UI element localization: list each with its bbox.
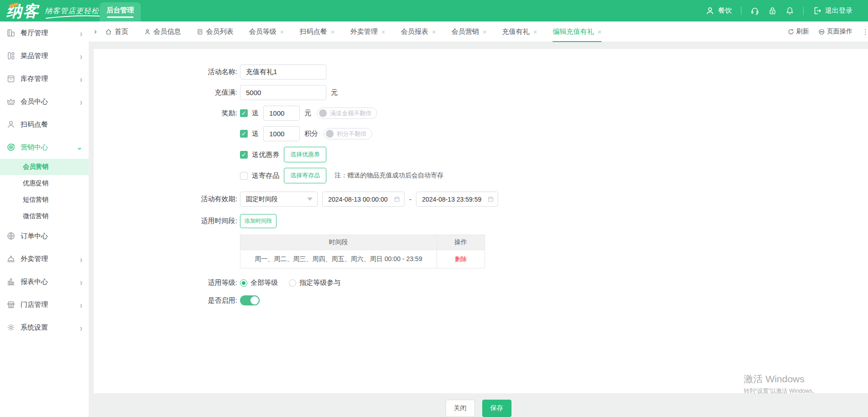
form-footer: 关闭 保存 (89, 400, 868, 417)
tab-member-marketing[interactable]: 会员营销 × (452, 21, 487, 42)
sidebar-item-report-center[interactable]: 报表中心 › (0, 270, 89, 293)
date-range-separator: - (409, 195, 411, 203)
sidebar-subitem-discount-promo[interactable]: 优惠促销 (0, 175, 89, 192)
sidebar-item-label: 系统设置 (21, 323, 80, 332)
reward-points-prefix: 送 (252, 129, 259, 138)
sidebar-item-label: 菜品管理 (21, 52, 80, 60)
points-no-multiply-toggle[interactable]: 积分不翻倍 (324, 128, 372, 139)
time-period-row: 适用时间段: 添加时间段 (94, 214, 868, 228)
validity-type-select[interactable]: 固定时间段 (240, 192, 318, 207)
sidebar-item-label: 餐厅管理 (21, 29, 80, 37)
cash-no-multiply-toggle[interactable]: 满送金额不翻倍 (317, 107, 377, 119)
tab-member-level[interactable]: 会员等级 × (249, 21, 284, 42)
chevron-right-icon: › (80, 322, 82, 332)
sidebar-item-store-management[interactable]: 门店管理 › (0, 293, 89, 316)
select-coupon-button[interactable]: 选择优惠券 (284, 147, 326, 162)
reward-deposit-checkbox[interactable] (240, 172, 248, 180)
reward-coupon-checkbox[interactable]: ✓ (240, 151, 248, 159)
inventory-icon (6, 74, 16, 83)
main-content: 活动名称: 充值满: 元 奖励: ✓ 送 元 (89, 43, 868, 417)
table-header-row: 时间段 操作 (240, 235, 485, 250)
page-operations-icon (818, 28, 825, 35)
tab-home[interactable]: 首页 (105, 21, 128, 42)
report-icon (6, 277, 16, 286)
select-deposit-button[interactable]: 选择寄存品 (284, 168, 326, 183)
scan-order-icon (6, 120, 16, 129)
period-cell: 周一、周二、周三、周四、周五、周六、周日 00:00 - 23:59 (240, 250, 437, 268)
divider (741, 7, 741, 15)
close-icon[interactable]: × (597, 28, 602, 36)
specified-levels-label: 指定等级参与 (299, 278, 341, 287)
close-button[interactable]: 关闭 (446, 400, 475, 417)
close-icon[interactable]: × (533, 28, 538, 36)
sidebar-item-label: 扫码点餐 (21, 120, 82, 129)
sidebar-item-member-center[interactable]: 会员中心 › (0, 90, 89, 113)
logout-button[interactable]: 退出登录 (813, 6, 852, 15)
tab-recharge-gift[interactable]: 充值有礼 × (502, 21, 538, 42)
sidebar-collapse-toggle[interactable]: › (94, 27, 97, 36)
sidebar-subitem-wechat-marketing[interactable]: 微信营销 (0, 208, 89, 225)
support-button[interactable] (751, 6, 759, 15)
nav-tab-backend-admin[interactable]: 后台管理 (100, 2, 141, 21)
save-button[interactable]: 保存 (482, 400, 511, 417)
close-icon[interactable]: × (330, 28, 335, 36)
lock-button[interactable] (768, 6, 777, 15)
chevron-right-icon: › (80, 51, 82, 61)
recharge-amount-input[interactable] (240, 85, 326, 100)
divider (803, 7, 804, 15)
tab-member-list[interactable]: 会员列表 (197, 21, 234, 42)
close-icon[interactable]: × (483, 28, 487, 36)
sidebar-subitem-member-marketing[interactable]: 会员营销 (0, 159, 89, 175)
sidebar-subitem-sms-marketing[interactable]: 短信营销 (0, 192, 89, 208)
sidebar-item-marketing-center[interactable]: 营销中心 ⌄ (0, 136, 89, 159)
end-datetime-picker[interactable]: 2024-08-13 23:59:59 (416, 192, 498, 207)
reward-points-checkbox[interactable]: ✓ (240, 130, 248, 138)
chevron-right-icon: › (80, 96, 82, 107)
add-time-period-button[interactable]: 添加时间段 (240, 214, 277, 228)
recharge-gift-form: 活动名称: 充值满: 元 奖励: ✓ 送 元 (94, 49, 868, 305)
chevron-right-icon: › (80, 28, 82, 38)
reward-deposit-label: 送寄存品 (252, 171, 279, 180)
tab-takeout[interactable]: 外卖管理 × (350, 21, 385, 42)
current-user[interactable]: 餐饮 (706, 6, 732, 15)
close-icon[interactable]: × (280, 28, 284, 36)
enabled-toggle[interactable] (240, 295, 260, 305)
tab-edit-recharge-gift[interactable]: 编辑充值有礼 × (553, 21, 602, 42)
sidebar-item-restaurant[interactable]: 餐厅管理 › (0, 21, 89, 44)
tab-member-info[interactable]: 会员信息 (144, 21, 181, 42)
delete-link[interactable]: 删除 (455, 256, 467, 262)
all-levels-label: 全部等级 (250, 278, 278, 287)
sidebar-item-takeout[interactable]: 外卖管理 › (0, 247, 89, 270)
sidebar-item-dishes[interactable]: 菜品管理 › (0, 44, 89, 67)
sidebar-item-order-center[interactable]: 订单中心 (0, 225, 89, 247)
edit-recharge-gift-form-card: 活动名称: 充值满: 元 奖励: ✓ 送 元 (94, 49, 868, 393)
time-period-table-row: 时间段 操作 周一、周二、周三、周四、周五、周六、周日 00:00 - 23:5… (94, 234, 868, 268)
start-datetime-picker[interactable]: 2024-08-13 00:00:00 (322, 192, 405, 207)
sidebar-item-inventory[interactable]: 库存管理 › (0, 67, 89, 90)
bell-icon (786, 6, 794, 15)
reward-coupon-label: 送优惠券 (252, 150, 279, 159)
store-icon (6, 300, 16, 309)
close-icon[interactable]: × (432, 28, 436, 36)
notifications-button[interactable] (786, 6, 794, 15)
sidebar-item-label: 营销中心 (21, 143, 76, 152)
toggle-knob (319, 109, 327, 117)
reward-cash-checkbox[interactable]: ✓ (240, 109, 248, 117)
specified-levels-radio[interactable] (289, 279, 296, 287)
levels-row: 适用等级: 全部等级 指定等级参与 (94, 278, 868, 287)
validity-label: 活动有效期: (94, 195, 240, 203)
more-actions-icon[interactable]: ⋮ (862, 27, 866, 36)
topbar-actions: 餐饮 退出登录 (706, 6, 868, 15)
all-levels-radio[interactable] (240, 279, 247, 287)
close-icon[interactable]: × (381, 28, 385, 36)
reward-cash-input[interactable] (263, 106, 300, 121)
sidebar-item-scan-order[interactable]: 扫码点餐 (0, 113, 89, 136)
sidebar-item-system-settings[interactable]: 系统设置 › (0, 316, 89, 339)
refresh-button[interactable]: 刷新 (788, 27, 809, 36)
tab-scan-order[interactable]: 扫码点餐 × (299, 21, 335, 42)
page-operations-button[interactable]: 页面操作 (818, 27, 852, 36)
caret-down-icon (307, 198, 313, 201)
reward-points-input[interactable] (263, 126, 300, 141)
tab-member-report[interactable]: 会员报表 × (401, 21, 436, 42)
activity-name-input[interactable] (240, 64, 326, 80)
